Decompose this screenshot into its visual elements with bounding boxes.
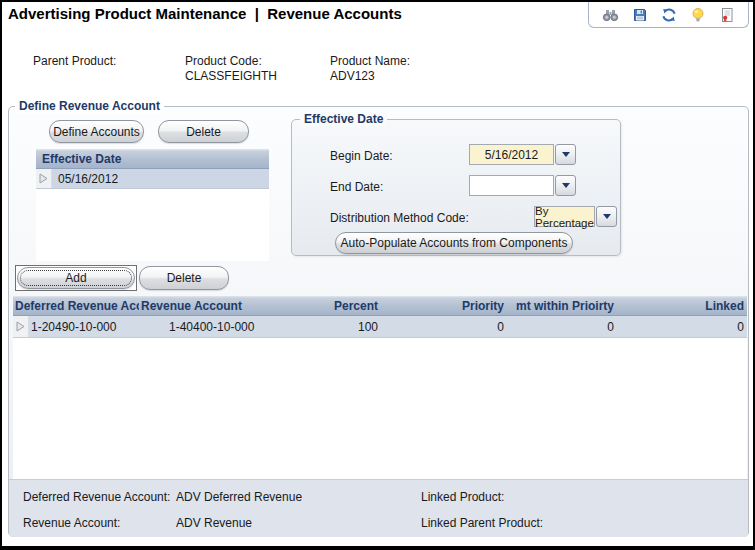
parent-product-label: Parent Product: — [33, 54, 116, 68]
cell-priority: 0 — [391, 316, 516, 337]
define-accounts-button[interactable]: Define Accounts — [49, 120, 144, 143]
revenue-account-value: ADV Revenue — [176, 516, 252, 530]
cell-linked: 0 — [628, 316, 747, 337]
effective-date-group: Effective Date Begin Date: 5/16/2012 End… — [291, 119, 621, 256]
col-linked[interactable]: Linked — [628, 299, 747, 313]
effective-date-legend: Effective Date — [300, 112, 387, 126]
end-date-dropdown-button[interactable] — [555, 175, 576, 196]
refresh-icon[interactable] — [660, 6, 678, 23]
report-icon[interactable] — [718, 6, 736, 23]
begin-date-value[interactable]: 5/16/2012 — [469, 144, 554, 165]
linked-parent-product-label: Linked Parent Product: — [421, 516, 543, 530]
product-code-label: Product Code: — [185, 54, 262, 68]
define-revenue-account-legend: Define Revenue Account — [15, 99, 164, 113]
col-percent[interactable]: Percent — [334, 299, 391, 313]
distribution-method-value[interactable]: By Percentage — [534, 206, 595, 227]
add-button-focus: Add — [15, 265, 137, 291]
cell-deferred-revenue-account: 1-20490-10-000 — [29, 316, 139, 337]
toolbar — [588, 2, 749, 28]
define-revenue-account-group: Define Revenue Account Define Accounts D… — [8, 106, 749, 537]
add-button[interactable]: Add — [17, 267, 135, 289]
deferred-revenue-account-label: Deferred Revenue Account: — [23, 490, 170, 504]
col-revenue-account[interactable]: Revenue Account — [139, 299, 334, 313]
page-title: Advertising Product Maintenance | Revenu… — [8, 5, 402, 22]
end-date-value[interactable] — [469, 175, 554, 196]
product-code-value: CLASSFEIGHTH — [185, 69, 277, 83]
accounts-grid: Deferred Revenue Acco Revenue Account Pe… — [13, 296, 747, 479]
cell-percent: 100 — [334, 316, 391, 337]
product-name-label: Product Name: — [330, 54, 410, 68]
row-selector-icon — [36, 169, 52, 188]
linked-product-label: Linked Product: — [421, 490, 504, 504]
deferred-revenue-account-value: ADV Deferred Revenue — [176, 490, 302, 504]
end-date-label: End Date: — [330, 180, 383, 194]
binoculars-icon[interactable] — [602, 6, 620, 23]
cell-revenue-account: 1-40400-10-000 — [139, 316, 334, 337]
summary-footer: Deferred Revenue Account: ADV Deferred R… — [9, 479, 748, 537]
delete-account-button[interactable]: Delete — [139, 266, 229, 290]
distribution-dropdown-button[interactable] — [596, 206, 617, 227]
delete-effective-date-button[interactable]: Delete — [158, 120, 249, 143]
effective-date-row[interactable]: 05/16/2012 — [36, 169, 269, 189]
effective-date-list: Effective Date 05/16/2012 — [36, 149, 269, 261]
distribution-method-code-label: Distribution Method Code: — [330, 211, 469, 225]
chevron-down-icon — [562, 152, 570, 157]
lightbulb-icon[interactable] — [689, 6, 707, 23]
product-name-value: ADV123 — [330, 69, 375, 83]
col-amt-within-priority[interactable]: Amt within Prioirty — [516, 299, 628, 313]
account-row[interactable]: 1-20490-10-000 1-40400-10-000 100 0 0 0 — [13, 316, 747, 338]
distribution-method-combo[interactable]: By Percentage — [534, 206, 617, 227]
cell-amt-within-priority: 0 — [516, 316, 628, 337]
accounts-grid-header: Deferred Revenue Acco Revenue Account Pe… — [13, 296, 747, 316]
auto-populate-button[interactable]: Auto-Populate Accounts from Components — [335, 232, 573, 254]
col-deferred-revenue-account[interactable]: Deferred Revenue Acco — [13, 299, 139, 313]
row-selector-icon — [13, 316, 29, 337]
chevron-down-icon — [603, 214, 611, 219]
effective-date-cell: 05/16/2012 — [52, 169, 118, 188]
revenue-account-label: Revenue Account: — [23, 516, 120, 530]
save-icon[interactable] — [631, 6, 649, 23]
begin-date-dropdown-button[interactable] — [555, 144, 576, 165]
col-priority[interactable]: Priority — [391, 299, 516, 313]
effective-date-list-header[interactable]: Effective Date — [36, 149, 269, 169]
chevron-down-icon — [562, 183, 570, 188]
end-date-combo[interactable] — [469, 175, 576, 196]
app-window: Advertising Product Maintenance | Revenu… — [0, 0, 755, 550]
begin-date-label: Begin Date: — [330, 149, 393, 163]
begin-date-combo[interactable]: 5/16/2012 — [469, 144, 576, 165]
